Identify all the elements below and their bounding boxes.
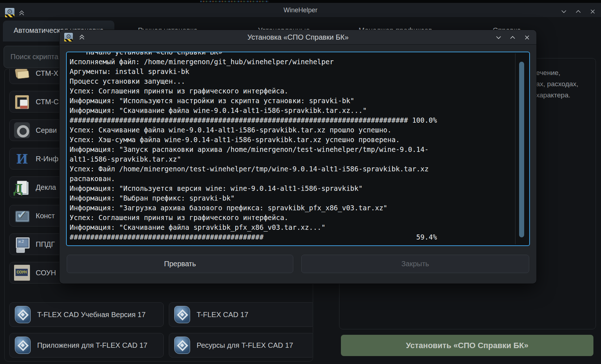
- soun-icon: [14, 265, 30, 281]
- tflex-icon: [15, 337, 31, 354]
- log-line: Успех: Скачивание файла wine-9.0.14-alt1…: [70, 125, 513, 135]
- install-dialog: ⚙ Установка «СПО Справки БК» Начало уста…: [60, 30, 536, 284]
- log-line: Процесс установки запущен...: [70, 76, 513, 86]
- log-line: Информация: "Скачивание файла spravkibk_…: [70, 223, 513, 232]
- monitor-icon: [14, 236, 30, 252]
- log-scrollbar-track[interactable]: [515, 53, 516, 244]
- log-line: ########################################…: [70, 115, 513, 125]
- install-button[interactable]: Установить «СПО Справки БК»: [341, 335, 593, 356]
- tflex-tile[interactable]: T-FLEX CAD 17: [169, 302, 313, 327]
- description-line: ечение,: [536, 67, 578, 78]
- description-line: характера.: [536, 89, 578, 101]
- log-line: Информация: "Выбран префикс: spravki-bk": [70, 193, 513, 203]
- background-window-sliver: [0, 0, 601, 3]
- log-line: Начало установки «СПО Справки БК»: [70, 52, 513, 57]
- stm-folder-icon: [14, 69, 30, 81]
- log-line: alt1-i586-spravkibk.tar.xz": [70, 154, 513, 164]
- tflex-icon: [174, 337, 190, 354]
- log-line: распакован.: [70, 174, 513, 184]
- dialog-minimize-button[interactable]: [495, 34, 502, 41]
- abort-button[interactable]: Прервать: [67, 255, 293, 273]
- window-title: WineHelper: [0, 3, 601, 17]
- script-item-label: Серви: [36, 126, 57, 135]
- check-monitor-icon: [14, 208, 30, 224]
- tflex-tile-label: T-FLEX CAD 17: [197, 311, 248, 319]
- log-line: ########################################…: [70, 232, 513, 242]
- r-inf-icon: [14, 151, 30, 167]
- log-scrollbar-thumb[interactable]: [519, 62, 524, 237]
- script-item-label: R-Инф: [36, 155, 58, 163]
- script-item-label: СТМ-Х: [36, 69, 58, 78]
- minimize-button[interactable]: [560, 8, 567, 15]
- log-lines: Начало установки «СПО Справки БК»Исполня…: [70, 52, 513, 242]
- dialog-titlebar: ⚙ Установка «СПО Справки БК»: [60, 30, 536, 45]
- script-item-label: СТМ-С: [36, 98, 59, 106]
- tflex-icon: [174, 306, 190, 323]
- log-line: Исполняемый файл: /home/minergenon/git_h…: [70, 57, 513, 67]
- log-line: Успех: Соглашения приняты из графическог…: [70, 86, 513, 96]
- install-log[interactable]: Начало установки «СПО Справки БК»Исполня…: [66, 52, 530, 246]
- dialog-maximize-button[interactable]: [509, 34, 516, 41]
- main-titlebar: ⚙ WineHelper: [0, 3, 601, 18]
- script-item-label: Конст: [36, 212, 55, 220]
- background-window-noise: [200, 1, 269, 2]
- tflex-tile-label: T-FLEX CAD Учебная Версия 17: [37, 311, 146, 319]
- log-line: Успех: Хэш-сумма файла wine-9.0.14-alt1-…: [70, 135, 513, 145]
- script-item-label: СОУН: [36, 269, 56, 277]
- script-item-label: Декла: [36, 183, 56, 192]
- description-line: ах, расходах,: [536, 78, 578, 89]
- tflex-tile[interactable]: Ресурсы для T-FLEX CAD 17: [169, 333, 313, 358]
- maximize-button[interactable]: [575, 8, 582, 15]
- log-line: Информация: "Скачивание файла wine-9.0.1…: [70, 106, 513, 115]
- close-dialog-button[interactable]: Закрыть: [301, 255, 529, 273]
- tflex-tile-label: Ресурсы для T-FLEX CAD 17: [197, 341, 293, 350]
- tflex-tile-label: Приложения для T-FLEX CAD 17: [37, 341, 148, 350]
- log-line: Информация: "Запуск распаковки архива /h…: [70, 145, 513, 154]
- log-line: Успех: Соглашения приняты из графическог…: [70, 213, 513, 223]
- description-text: ечение,ах, расходах,характера.: [536, 67, 578, 101]
- log-line: Информация: "Используется версия wine: w…: [70, 184, 513, 193]
- tflex-tile[interactable]: T-FLEX CAD Учебная Версия 17: [9, 302, 164, 327]
- stm-frame-icon: [14, 94, 30, 110]
- ring-icon: [14, 122, 30, 138]
- decl-icon: [14, 179, 30, 195]
- script-item-label: ППДГ: [36, 240, 55, 249]
- dialog-title: Установка «СПО Справки БК»: [60, 30, 536, 45]
- screen: ⚙ WineHelper Автоматическая установкаРуч…: [0, 0, 601, 364]
- tflex-icon: [15, 306, 31, 323]
- tflex-tile[interactable]: Приложения для T-FLEX CAD 17: [9, 333, 164, 358]
- dialog-close-button[interactable]: [523, 34, 531, 41]
- log-line: Успех: Файл /home/minergenon/test-winehe…: [70, 164, 513, 174]
- close-button[interactable]: [589, 8, 596, 15]
- log-line: Информация: "Используются настройки из с…: [70, 96, 513, 106]
- log-line: Информация: "Загрузка архива базового пр…: [70, 203, 513, 213]
- log-line: Аргументы: install spravki-bk: [70, 67, 513, 76]
